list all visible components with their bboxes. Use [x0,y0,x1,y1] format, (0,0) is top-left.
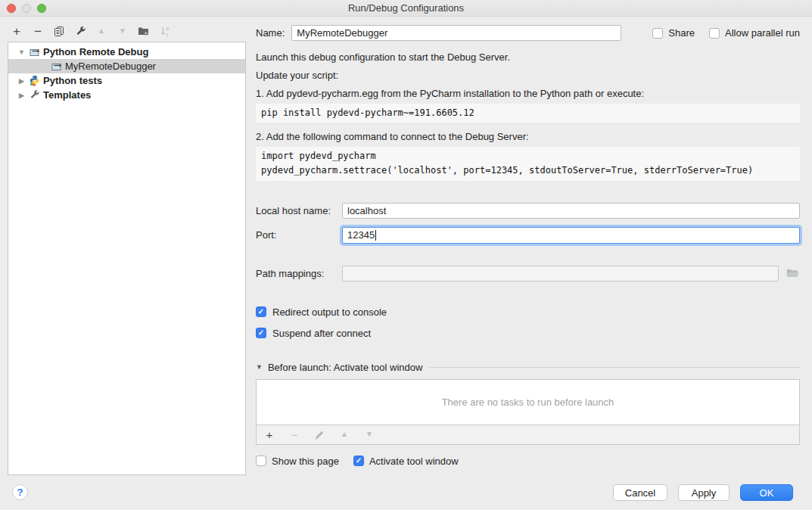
python-tests-icon [29,75,40,86]
tree-item-python-remote-debug[interactable]: ▼ Python Remote Debug [8,45,245,59]
suspend-after-connect-checkbox-box[interactable] [256,328,266,338]
tree-item-label: Python tests [43,75,102,86]
configurations-tree: ▼ Python Remote Debug MyRemoteDebugger ▶… [8,42,246,475]
empty-tasks-message: There are no tasks to run before launch [442,396,614,408]
tree-item-myremotedebugger[interactable]: MyRemoteDebugger [8,59,245,73]
window-title: Run/Debug Configurations [0,2,812,14]
description-line-1: Launch this debug configuration to start… [256,51,800,63]
configurations-toolbar: + − ▲ ▼ az [11,22,171,40]
activate-tool-window-checkbox-label: Activate tool window [369,456,459,467]
show-this-page-checkbox[interactable]: Show this page [256,456,339,467]
activate-tool-window-checkbox[interactable]: Activate tool window [353,456,459,467]
step-2-text: 2. Add the following command to connect … [256,131,800,142]
path-mappings-label: Path mappings: [256,268,342,279]
name-input[interactable] [291,25,621,41]
tree-item-templates[interactable]: ▶ Templates [8,88,245,102]
tree-item-label: MyRemoteDebugger [65,61,156,72]
help-button[interactable]: ? [12,484,28,500]
templates-wrench-icon [29,89,40,101]
ok-button[interactable]: OK [740,484,793,501]
suspend-after-connect-checkbox[interactable]: Suspend after connect [256,328,800,339]
local-host-name-input[interactable] [342,203,800,219]
show-this-page-checkbox-box[interactable] [256,456,266,466]
name-label: Name: [256,27,285,39]
move-up-icon: ▲ [95,25,107,37]
chevron-expanded-icon[interactable]: ▼ [256,363,263,371]
remove-task-icon: − [288,428,300,440]
move-task-down-icon: ▼ [363,428,375,440]
share-checkbox[interactable]: Share [652,27,695,39]
settrace-code: import pydevd_pycharm pydevd_pycharm.set… [256,147,800,180]
show-this-page-checkbox-label: Show this page [272,456,339,467]
port-input[interactable]: 12345 [342,227,800,244]
chevron-collapsed-icon[interactable]: ▶ [17,77,26,85]
apply-button[interactable]: Apply [678,484,730,501]
step-1-text: 1. Add pydevd-pycharm.egg from the PyCha… [256,88,800,99]
section-divider [429,367,800,368]
remove-configuration-icon[interactable]: − [32,25,44,37]
tree-item-python-tests[interactable]: ▶ Python tests [8,73,245,88]
cancel-button[interactable]: Cancel [613,484,667,501]
chevron-collapsed-icon[interactable]: ▶ [17,92,26,99]
add-configuration-icon[interactable]: + [11,25,23,37]
local-host-name-label: Local host name: [256,205,342,216]
tree-item-label: Templates [43,89,91,101]
remote-debug-config-icon [29,46,40,58]
before-launch-task-list[interactable]: There are no tasks to run before launch [256,379,800,425]
port-value: 12345 [347,229,375,241]
new-folder-icon[interactable] [138,25,150,37]
add-task-icon[interactable]: + [263,428,275,440]
zoom-window-button[interactable] [37,4,46,13]
activate-tool-window-checkbox-box[interactable] [353,456,364,466]
share-checkbox-label: Share [668,27,695,39]
copy-configuration-icon[interactable] [53,25,65,37]
title-bar: Run/Debug Configurations [0,0,812,17]
browse-folder-icon[interactable] [785,266,800,280]
suspend-after-connect-checkbox-label: Suspend after connect [272,328,371,339]
edit-task-pencil-icon [313,428,325,440]
svg-text:z: z [166,31,168,36]
sort-alpha-icon: az [159,25,171,37]
move-task-up-icon: ▲ [338,428,350,440]
tree-item-label: Python Remote Debug [43,46,148,58]
edit-defaults-wrench-icon[interactable] [74,25,86,37]
redirect-output-checkbox-box[interactable] [256,306,266,317]
redirect-output-checkbox[interactable]: Redirect output to console [256,306,800,318]
settrace-code-line-2: pydevd_pycharm.settrace('localhost', por… [261,165,753,176]
allow-parallel-run-checkbox-label: Allow parallel run [725,27,800,39]
remote-debug-config-icon [51,61,62,72]
before-launch-header-label: Before launch: Activate tool window [268,362,423,373]
share-checkbox-box[interactable] [652,28,663,39]
before-launch-toolbar: + − ▲ ▼ [256,425,800,445]
description-line-2: Update your script: [256,70,800,81]
text-cursor [375,230,376,241]
redirect-output-checkbox-label: Redirect output to console [272,306,387,318]
settrace-code-line-1: import pydevd_pycharm [261,151,376,161]
path-mappings-input[interactable] [342,266,779,281]
svg-text:a: a [166,26,169,31]
minimize-window-button [22,4,31,13]
before-launch-section-header[interactable]: ▼ Before launch: Activate tool window [256,362,800,373]
configuration-form: Name: Share Allow parallel run Launch th… [256,17,800,467]
allow-parallel-run-checkbox-box[interactable] [709,28,720,39]
port-label: Port: [256,229,342,241]
chevron-expanded-icon[interactable]: ▼ [17,48,26,56]
pip-install-code: pip install pydevd-pycharm~=191.6605.12 [256,104,800,123]
close-window-button[interactable] [7,4,16,13]
allow-parallel-run-checkbox[interactable]: Allow parallel run [709,27,800,39]
move-down-icon: ▼ [117,25,129,37]
